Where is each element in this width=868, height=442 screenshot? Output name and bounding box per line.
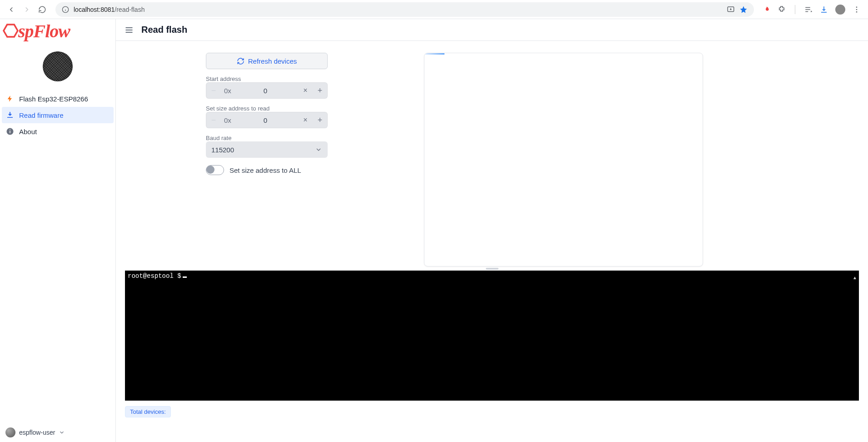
sidebar-item-label: Read firmware [19, 111, 64, 119]
hex-prefix: 0x [221, 116, 232, 124]
size-all-toggle[interactable] [206, 165, 224, 175]
svg-rect-12 [10, 130, 10, 131]
mini-avatar-icon [5, 427, 15, 437]
sidebar-item-label: Flash Esp32-ESP8266 [19, 95, 88, 103]
hamburger-menu-icon[interactable] [124, 25, 134, 35]
sidebar-item-label: About [19, 128, 37, 136]
flame-icon[interactable] [763, 5, 770, 14]
bookmark-star-icon[interactable] [739, 5, 748, 14]
terminal-prompt: root@esptool $ [128, 272, 181, 280]
sidebar-user-name: espflow-user [19, 429, 55, 436]
refresh-icon [237, 57, 244, 65]
size-all-toggle-label: Set size address to ALL [229, 166, 301, 174]
baud-rate-value: 115200 [211, 146, 234, 154]
sidebar: ⎔spFlow Flash Esp32-ESP8266 Read firmwar… [0, 19, 116, 442]
url-host: localhost:8081/read-flash [74, 6, 145, 13]
forward-icon[interactable] [23, 5, 31, 14]
downloads-icon[interactable] [820, 5, 828, 14]
increment-button[interactable]: + [312, 82, 328, 99]
start-address-input[interactable]: − 0x 0 × + [206, 82, 328, 99]
size-address-label: Set size address to read [206, 105, 402, 112]
start-address-label: Start address [206, 75, 402, 82]
terminal-cursor [183, 276, 187, 278]
kebab-menu-icon[interactable] [853, 5, 861, 14]
size-address-value: 0 [232, 116, 299, 124]
browser-toolbar: localhost:8081/read-flash [0, 0, 868, 19]
sidebar-item-about[interactable]: About [0, 123, 115, 140]
download-icon [5, 110, 15, 120]
loading-indicator [424, 53, 444, 55]
svg-point-7 [856, 6, 858, 8]
reload-icon[interactable] [38, 5, 46, 14]
sidebar-user[interactable]: espflow-user [0, 423, 115, 442]
address-bar[interactable]: localhost:8081/read-flash [55, 2, 754, 17]
start-address-value: 0 [232, 87, 299, 95]
total-devices-badge: Total devices: [125, 406, 171, 417]
site-info-icon[interactable] [62, 6, 69, 13]
terminal[interactable]: root@esptool $ [125, 271, 859, 401]
page-title: Read flash [141, 25, 187, 35]
app-logo: ⎔spFlow [0, 19, 115, 42]
chevron-down-icon [315, 146, 322, 153]
baud-rate-label: Baud rate [206, 135, 402, 141]
install-app-icon[interactable] [727, 5, 735, 14]
divider [795, 5, 795, 14]
baud-rate-select[interactable]: 115200 [206, 141, 328, 158]
split-handle[interactable] [116, 266, 868, 271]
bolt-icon [5, 94, 15, 103]
info-icon [5, 127, 15, 136]
svg-point-8 [856, 9, 858, 10]
back-icon[interactable] [7, 5, 15, 14]
decrement-button[interactable]: − [206, 82, 221, 99]
scroll-up-arrow-icon[interactable]: ▲ [853, 275, 857, 280]
sidebar-item-read-firmware[interactable]: Read firmware [2, 107, 114, 123]
playlist-icon[interactable] [804, 5, 813, 14]
device-card [424, 53, 703, 266]
hex-prefix: 0x [221, 87, 232, 95]
extensions-icon[interactable] [778, 5, 786, 14]
refresh-devices-button[interactable]: Refresh devices [206, 53, 328, 69]
profile-avatar-icon[interactable] [835, 5, 845, 15]
topbar: Read flash [116, 19, 868, 41]
refresh-button-label: Refresh devices [248, 57, 297, 65]
decrement-button[interactable]: − [206, 112, 221, 128]
clear-button[interactable]: × [299, 116, 312, 124]
clear-button[interactable]: × [299, 86, 312, 95]
user-avatar[interactable] [43, 51, 73, 81]
svg-point-9 [856, 11, 858, 12]
svg-rect-11 [10, 131, 10, 133]
chevron-down-icon [59, 429, 65, 436]
size-address-input[interactable]: − 0x 0 × + [206, 112, 328, 128]
sidebar-item-flash[interactable]: Flash Esp32-ESP8266 [0, 90, 115, 107]
increment-button[interactable]: + [312, 112, 328, 128]
